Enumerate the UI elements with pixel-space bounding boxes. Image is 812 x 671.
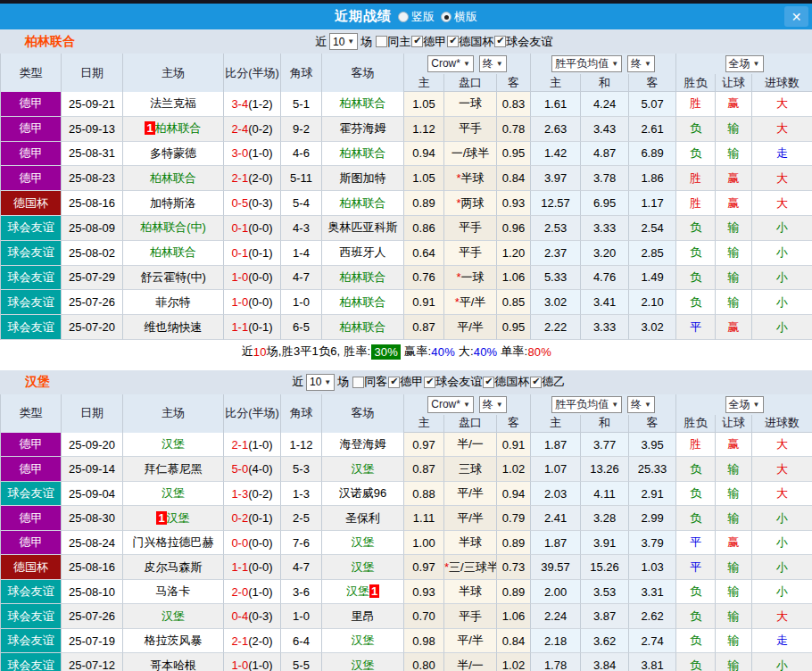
select-group: 胜平负均值▼终▼ [531, 54, 676, 74]
league-cell: 球会友谊 [1, 653, 62, 671]
summary-stat-label: 单率: [497, 344, 527, 360]
home-team-cell: 加特斯洛 [123, 191, 224, 216]
league-filter-0-checkbox[interactable] [411, 36, 423, 47]
fulltime-score: 2-1 [231, 634, 248, 648]
league-filter-1-checkbox[interactable] [424, 377, 435, 388]
handicap-cell: 平手 [444, 216, 497, 241]
summary-stat-value: 80% [527, 345, 551, 359]
halftime-score: (0-2) [248, 487, 272, 501]
league-filter-0-checkbox[interactable] [388, 377, 400, 388]
goals-result-cell: 小 [752, 555, 812, 580]
avg-away-odds: 1.86 [629, 166, 676, 191]
away-team-name: 海登海姆 [340, 437, 386, 451]
avg-home-odds: 2.00 [531, 580, 581, 605]
avg-home-odds: 2.03 [531, 482, 581, 507]
result-cell: 负 [676, 117, 716, 142]
summary-stat-label: 大: [455, 344, 474, 360]
sub-col-header: 客 [629, 415, 676, 433]
view-option-horizontal[interactable]: 横版 [441, 9, 477, 25]
avg-select[interactable]: 胜平负均值▼ [551, 55, 622, 72]
radio-icon[interactable] [441, 12, 452, 22]
home-team-name: 汉堡 [162, 609, 185, 623]
home-team-cell: 法兰克福 [123, 92, 224, 117]
league-cell: 球会友谊 [1, 482, 62, 507]
chevron-down-icon: ▼ [496, 401, 503, 409]
away-team-cell: 里昂 [322, 604, 404, 629]
scope-select[interactable]: 全场▼ [725, 396, 764, 413]
avg-home-odds: 39.57 [531, 555, 581, 580]
away-team-name: 柏林联合 [340, 196, 386, 210]
scope-select[interactable]: 全场▼ [725, 55, 764, 72]
same-venue-checkbox[interactable] [352, 377, 364, 388]
bookmaker-select-value: Crow* [431, 57, 460, 70]
select-group: 全场▼ [676, 54, 812, 74]
avg-away-odds: 2.54 [629, 216, 676, 241]
match-row: 球会友谊25-09-04汉堡1-3(0-2)1-3汉诺威960.88平/半0.9… [1, 482, 812, 507]
avg-draw-odds: 3.62 [581, 629, 629, 654]
match-count-select[interactable]: 10▼ [306, 374, 335, 391]
avg-draw-odds: 3.77 [581, 433, 629, 458]
corner-cell: 7-6 [281, 531, 322, 556]
chevron-down-icon: ▼ [644, 401, 651, 409]
odds-stage-select-value: 终 [483, 56, 493, 71]
halftime-score: (2-0) [248, 634, 272, 648]
handicap-star: * [456, 196, 460, 210]
view-options: 竖版横版 [392, 9, 477, 25]
ah-away-odds: 0.91 [497, 433, 531, 458]
title-bar: 近期战绩 竖版横版 ✕ [0, 4, 812, 29]
handicap-cell: 半/一 [444, 433, 497, 458]
league-filter-2-checkbox[interactable] [483, 377, 494, 388]
league-filter-1-checkbox[interactable] [447, 36, 459, 47]
score-cell: 3-0(1-0) [224, 142, 281, 167]
avg-away-odds: 2.74 [629, 629, 676, 654]
close-button[interactable]: ✕ [784, 6, 808, 27]
same-venue-label: 同客 [364, 374, 387, 390]
odds-stage-select[interactable]: 终▼ [479, 55, 507, 72]
ah-away-odds: 0.93 [497, 191, 531, 216]
match-count-select[interactable]: 10▼ [329, 33, 358, 50]
same-venue-checkbox[interactable] [376, 36, 387, 47]
avg-draw-odds: 15.26 [581, 555, 629, 580]
league-cell: 球会友谊 [1, 629, 62, 654]
view-option-vertical[interactable]: 竖版 [398, 9, 435, 25]
home-team-cell: 皮尔马森斯 [123, 555, 224, 580]
avg-stage-select[interactable]: 终▼ [627, 396, 655, 413]
avg-stage-select[interactable]: 终▼ [627, 55, 655, 72]
odds-stage-select[interactable]: 终▼ [479, 396, 507, 413]
date-cell: 25-09-14 [62, 457, 123, 482]
spacer [0, 364, 812, 370]
avg-select[interactable]: 胜平负均值▼ [551, 396, 622, 413]
league-filter-2-checkbox[interactable] [494, 36, 506, 47]
match-row: 德甲25-09-20汉堡2-1(1-0)1-12海登海姆0.97半/一0.911… [1, 433, 812, 458]
window-title: 近期战绩 [335, 8, 392, 25]
date-cell: 25-08-10 [62, 580, 123, 605]
halftime-score: (0-0) [248, 270, 272, 284]
section-header-1: 汉堡近10▼场同客德甲球会友谊德国杯德乙 [0, 370, 812, 394]
match-row: 球会友谊25-07-29舒云霍特(中)1-0(0-0)4-7柏林联合0.76*一… [1, 266, 812, 291]
league-cell: 德甲 [1, 142, 62, 167]
fulltime-score: 2-1 [231, 171, 248, 185]
home-team-name: 维也纳快速 [145, 320, 203, 334]
radio-icon[interactable] [398, 12, 409, 22]
away-team-name: 汉堡 [352, 462, 375, 476]
result-cell: 胜 [676, 191, 716, 216]
goals-result-cell: 小 [752, 653, 812, 671]
home-team-cell: 拜仁慕尼黑 [123, 457, 224, 482]
match-row: 德甲25-09-14拜仁慕尼黑5-0(4-0)5-3汉堡0.87三球1.021.… [1, 457, 812, 482]
unit-label: 场 [337, 374, 349, 390]
corner-cell: 1-12 [281, 433, 322, 458]
sub-col-header: 客 [497, 415, 531, 433]
away-team-cell: 汉堡 [322, 531, 404, 556]
bookmaker-select[interactable]: Crow*▼ [427, 396, 474, 413]
fulltime-score: 0-1 [231, 246, 248, 260]
handicap-star: * [444, 560, 449, 574]
home-team-cell: 汉堡 [123, 604, 224, 629]
match-row: 德甲25-08-23柏林联合2-1(2-0)5-11斯图加特1.05*半球0.8… [1, 166, 812, 191]
home-team-cell: 汉堡 [123, 482, 224, 507]
away-team-cell: 霍芬海姆 [322, 117, 404, 142]
bookmaker-select[interactable]: Crow*▼ [427, 55, 474, 72]
home-team-cell: 马洛卡 [123, 580, 224, 605]
away-team-name: 柏林联合 [340, 146, 386, 160]
league-filter-3-checkbox[interactable] [530, 377, 542, 388]
match-row: 球会友谊25-08-10马洛卡2-0(1-0)3-6汉堡10.93半球0.892… [1, 580, 812, 605]
